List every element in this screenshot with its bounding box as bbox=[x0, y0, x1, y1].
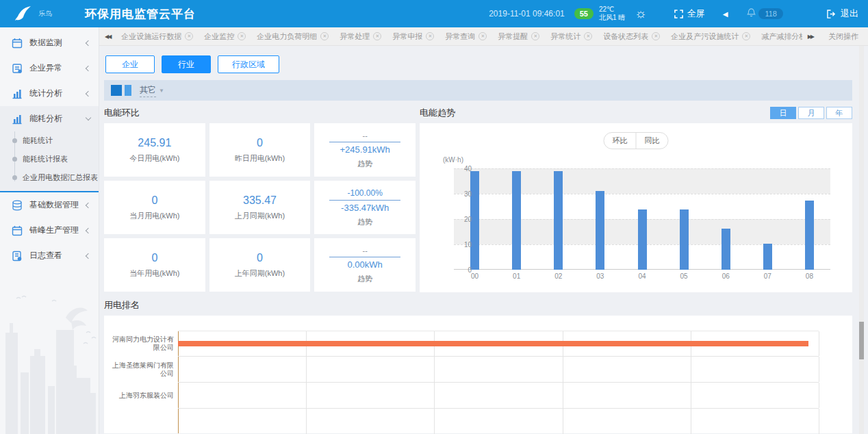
card-label: 趋势 bbox=[357, 217, 372, 227]
ranking-row-2: 上海羽东服装公司 bbox=[108, 383, 852, 409]
value-card: 0当月用电(kWh) bbox=[104, 181, 205, 234]
band-square-icon bbox=[111, 85, 122, 96]
trend-divider bbox=[329, 200, 400, 201]
sidebar-item-label: 基础数据管理 bbox=[29, 199, 86, 211]
value-card: 245.91今日用电(kWh) bbox=[104, 123, 205, 177]
sidebar-subitem-2[interactable]: 企业用电数据汇总报表 bbox=[0, 168, 99, 187]
sidebar-item-2[interactable]: 统计分析 bbox=[0, 81, 99, 106]
trend-bar-06 bbox=[722, 229, 730, 270]
y-tick-label: 10 bbox=[464, 241, 472, 248]
industry-filter-dropdown[interactable]: 其它 bbox=[140, 84, 156, 97]
fullscreen-button[interactable]: 全屏 bbox=[674, 8, 705, 20]
alert-count-badge[interactable]: 118 bbox=[758, 8, 783, 19]
value-card: 335.47上月同期(kWh) bbox=[209, 181, 311, 234]
card-label: 当月用电(kWh) bbox=[129, 211, 179, 221]
trend-bar-07 bbox=[763, 244, 772, 270]
content-area: 企业行业行政区域 其它 ▼ 电能环比 245.91今日用电(kWh)0昨日用电(… bbox=[99, 46, 868, 434]
ranking-gridline bbox=[563, 357, 563, 382]
report-icon bbox=[12, 63, 23, 74]
card-value: 0 bbox=[151, 252, 157, 264]
bar-chart-icon bbox=[12, 114, 23, 125]
tab-label: 异常处理 bbox=[340, 31, 370, 42]
x-tick-label: 02 bbox=[537, 272, 579, 280]
scope-button-2[interactable]: 行政区域 bbox=[218, 55, 279, 73]
card-label: 趋势 bbox=[357, 274, 372, 284]
tab-0[interactable]: 企业设施运行数据✕ bbox=[116, 27, 199, 45]
logout-button[interactable]: 退出 bbox=[827, 8, 858, 20]
sidebar-item-label: 企业异常 bbox=[29, 62, 86, 74]
tab-7[interactable]: 异常统计✕ bbox=[545, 27, 598, 45]
tab-close-icon[interactable]: ✕ bbox=[320, 32, 329, 40]
card-value: 0 bbox=[257, 252, 263, 264]
tab-close-icon[interactable]: ✕ bbox=[373, 32, 381, 40]
sidebar-subitem-1[interactable]: 能耗统计报表 bbox=[0, 150, 99, 168]
tab-2[interactable]: 企业电力负荷明细✕ bbox=[251, 27, 334, 45]
scope-button-0[interactable]: 企业 bbox=[105, 55, 155, 73]
tab-close-icon[interactable]: ✕ bbox=[478, 32, 487, 40]
tab-close-icon[interactable]: ✕ bbox=[426, 32, 434, 40]
tab-label: 设备状态列表 bbox=[603, 31, 648, 42]
value-card: 0上年同期(kWh) bbox=[209, 238, 311, 292]
chevron-left-icon bbox=[86, 65, 91, 71]
legend-item-1[interactable]: 同比 bbox=[636, 133, 668, 149]
vertical-scrollbar[interactable] bbox=[859, 46, 864, 434]
tab-10[interactable]: 减产减排分析✕ bbox=[756, 27, 802, 45]
tab-1[interactable]: 企业监控✕ bbox=[199, 27, 251, 45]
value-card: 0昨日用电(kWh) bbox=[209, 123, 311, 177]
tab-4[interactable]: 异常申报✕ bbox=[387, 27, 439, 45]
trend-card: --0.00kWh趋势 bbox=[314, 238, 416, 292]
sidebar-item-0[interactable]: 数据监测 bbox=[0, 30, 99, 55]
collapse-arrow-icon[interactable]: ◀ bbox=[723, 10, 728, 18]
close-operations-menu[interactable]: 关闭操作 bbox=[819, 31, 868, 42]
tab-3[interactable]: 异常处理✕ bbox=[334, 27, 387, 45]
range-button-月[interactable]: 月 bbox=[798, 107, 824, 119]
legend-item-0[interactable]: 环比 bbox=[604, 133, 636, 149]
section-title: 电能趋势 bbox=[420, 105, 455, 120]
filter-band: 其它 ▼ bbox=[104, 80, 852, 101]
tab-close-icon[interactable]: ✕ bbox=[742, 32, 750, 40]
range-button-日[interactable]: 日 bbox=[770, 107, 796, 119]
tab-close-icon[interactable]: ✕ bbox=[531, 32, 539, 40]
trend-delta: 0.00kWh bbox=[348, 259, 383, 270]
x-tick-label: 01 bbox=[496, 272, 537, 280]
sidebar-item-6[interactable]: 日志查看 bbox=[0, 243, 99, 268]
band-square-icon bbox=[125, 85, 131, 96]
tab-close-icon[interactable]: ✕ bbox=[584, 32, 592, 40]
tab-close-icon[interactable]: ✕ bbox=[652, 32, 660, 40]
ranking-gridline bbox=[691, 383, 691, 408]
scrollbar-thumb[interactable] bbox=[859, 322, 864, 359]
x-tick-label: 04 bbox=[621, 272, 663, 280]
scope-button-1[interactable]: 行业 bbox=[162, 55, 211, 73]
tab-close-icon[interactable]: ✕ bbox=[185, 32, 193, 40]
tab-5[interactable]: 异常查询✕ bbox=[439, 27, 492, 45]
trend-divider bbox=[329, 142, 400, 142]
tab-6[interactable]: 异常提醒✕ bbox=[492, 27, 545, 45]
range-button-年[interactable]: 年 bbox=[826, 107, 852, 119]
sidebar-item-1[interactable]: 企业异常 bbox=[0, 55, 99, 81]
tab-bar: ◀◀ 企业设施运行数据✕企业监控✕企业电力负荷明细✕异常处理✕异常申报✕异常查询… bbox=[99, 27, 868, 46]
sidebar-item-3[interactable]: 能耗分析 bbox=[0, 106, 99, 131]
sidebar-subitem-0[interactable]: 能耗统计 bbox=[0, 131, 99, 150]
tab-9[interactable]: 企业及产污设施统计✕ bbox=[665, 27, 756, 45]
ranking-gridline bbox=[434, 383, 435, 408]
range-button-group: 日月年 bbox=[770, 107, 852, 119]
energy-trend-section: 电能趋势 日月年 环比同比 (kW·h) 403020100 000102030… bbox=[420, 105, 852, 292]
tabs-scroll-left-icon[interactable]: ◀◀ bbox=[99, 34, 116, 40]
sidebar-item-5[interactable]: 错峰生产管理 bbox=[0, 218, 99, 243]
tab-close-icon[interactable]: ✕ bbox=[238, 32, 246, 40]
bell-icon[interactable] bbox=[747, 8, 756, 20]
database-icon bbox=[12, 200, 23, 211]
sidebar-item-label: 日志查看 bbox=[29, 250, 86, 261]
sidebar-item-4[interactable]: 基础数据管理 bbox=[0, 192, 99, 218]
section-title: 用电排名 bbox=[104, 298, 852, 313]
trend-bar-05 bbox=[680, 209, 689, 270]
tab-label: 异常提醒 bbox=[498, 31, 528, 42]
chevron-left-icon bbox=[86, 202, 91, 207]
ranking-category-label: 河南同力电力设计有限公司 bbox=[108, 331, 178, 357]
tab-8[interactable]: 设备状态列表✕ bbox=[598, 27, 665, 45]
tabs-scroll-right-icon[interactable]: ▶▶ bbox=[802, 34, 819, 40]
sidebar: 数据监测企业异常统计分析能耗分析能耗统计能耗统计报表企业用电数据汇总报表基础数据… bbox=[0, 27, 99, 434]
ranking-gridline bbox=[306, 409, 307, 434]
trend-delta: +245.91kWh bbox=[340, 144, 390, 155]
tab-label: 异常申报 bbox=[392, 31, 422, 42]
